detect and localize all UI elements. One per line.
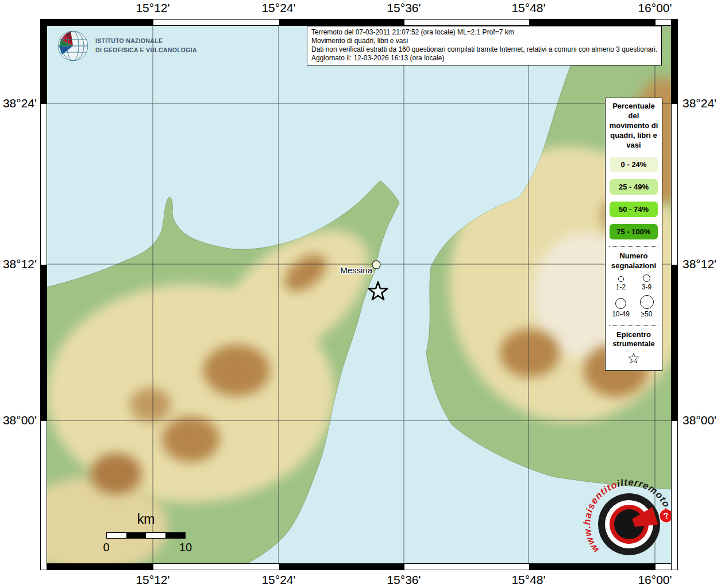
map-frame-top: [40, 19, 678, 26]
event-summary: Terremoto del 07-03-2011 21:07:52 (ora l…: [311, 28, 657, 37]
map-frame-right: [671, 19, 678, 570]
signal-circle-icon: [640, 295, 654, 309]
axis-label: 38°24': [0, 96, 37, 110]
axis-label: 38°12': [683, 257, 716, 271]
signal-size-item: 10-49: [608, 298, 634, 318]
event-info-box: Terremoto del 07-03-2011 21:07:52 (ora l…: [307, 26, 662, 65]
scale-bar-strip: [106, 532, 186, 539]
axis-label: 16°00': [638, 1, 672, 15]
signal-size-item: 3-9: [634, 274, 660, 291]
terrain-map: Messina ? www.haisentitoilterremoto.it: [47, 26, 671, 563]
event-effect: Movimento di quadri, libri e vasi: [311, 37, 657, 45]
axis-label: 16°00': [638, 573, 672, 587]
felt-report-marker-messina: [372, 261, 380, 269]
axis-label: 15°36': [387, 573, 421, 587]
scale-bar: km 0 10: [106, 512, 186, 555]
axis-label: 15°24': [261, 1, 295, 15]
legend-class-swatch: 75 - 100%: [610, 224, 658, 239]
city-label-messina: Messina: [340, 265, 373, 275]
legend-divider: [609, 325, 658, 326]
axis-label: 15°48': [511, 573, 545, 587]
signal-size-item: 1-2: [608, 276, 634, 291]
map-canvas: Messina ? www.haisentitoilterremoto.it: [47, 26, 671, 563]
ingv-globe-icon: [56, 29, 90, 63]
signal-circle-icon: [618, 276, 624, 282]
map-frame-left: [40, 19, 47, 570]
legend-class-swatch: 50 - 74%: [610, 202, 658, 217]
scale-start: 0: [103, 541, 109, 554]
felt-map-page: 15°12' 15°24' 15°36' 15°48' 16°00' 15°12…: [0, 0, 721, 588]
event-updated: Aggiornato il: 12-03-2026 16:13 (ora loc…: [311, 54, 657, 63]
axis-label: 15°48': [511, 1, 545, 15]
epicenter-star-icon: ☆: [608, 351, 660, 366]
signal-circle-icon: [615, 298, 626, 309]
axis-label: 15°36': [387, 1, 421, 15]
legend-class-swatch: 0 - 24%: [610, 157, 658, 172]
axis-label: 38°12': [0, 257, 37, 271]
map-frame-bottom: [40, 563, 678, 570]
axis-label: 15°24': [261, 573, 295, 587]
axis-label: 15°12': [136, 573, 169, 587]
axis-label: 38°00': [683, 413, 716, 427]
scale-end: 10: [179, 541, 192, 554]
axis-label: 38°00': [0, 413, 37, 427]
signals-title: Numero segnalazioni: [608, 252, 660, 270]
legend-divider: [609, 246, 658, 247]
signal-size-item: ≥50: [634, 295, 660, 318]
legend-panel: Percentuale del movimento di quadri, lib…: [605, 98, 662, 371]
signal-circle-icon: [643, 274, 650, 282]
ingv-logo: ISTITUTO NAZIONALE DI GEOFISICA E VULCAN…: [56, 29, 197, 63]
axis-label: 38°24': [683, 96, 716, 110]
event-data-note: Dati non verificati estratti da 160 ques…: [311, 45, 657, 54]
ingv-name: ISTITUTO NAZIONALE DI GEOFISICA E VULCAN…: [95, 37, 197, 55]
scale-unit: km: [106, 512, 186, 527]
legend-title: Percentuale del movimento di quadri, lib…: [608, 102, 660, 150]
legend-class-swatch: 25 - 49%: [610, 179, 658, 195]
axis-label: 15°12': [136, 1, 169, 15]
epicenter-title: Epicentro strumentale: [608, 330, 660, 349]
